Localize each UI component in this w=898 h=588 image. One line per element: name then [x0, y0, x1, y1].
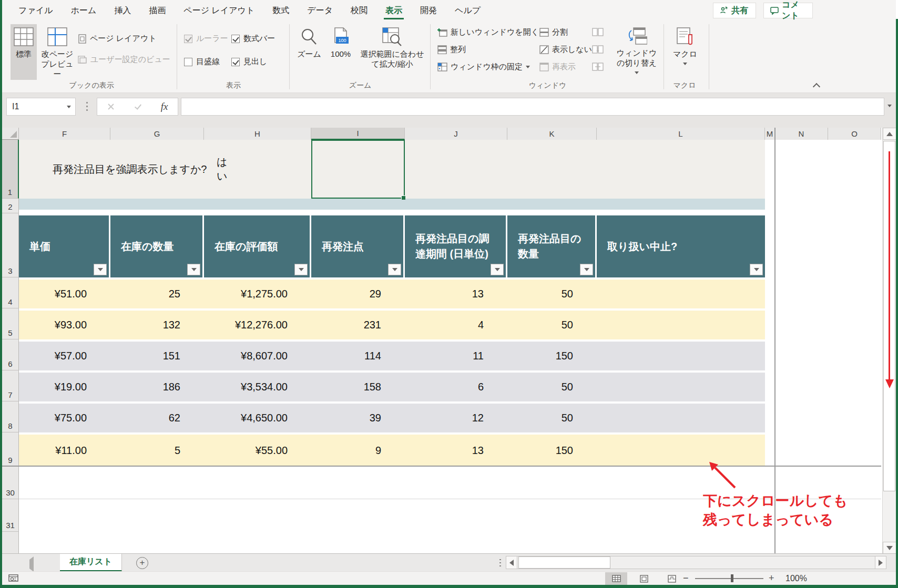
cell[interactable]: ¥3,534.00: [204, 373, 311, 401]
cell[interactable]: 4: [405, 311, 507, 339]
header-discontinued[interactable]: 取り扱い中止?: [597, 215, 765, 277]
row-header-2[interactable]: 2: [2, 199, 19, 213]
fill-handle[interactable]: [401, 195, 405, 200]
tab-review[interactable]: 校閲: [342, 0, 376, 21]
zoom-slider-thumb[interactable]: [731, 574, 733, 582]
tab-developer[interactable]: 開発: [411, 0, 446, 21]
cell[interactable]: 25: [110, 280, 204, 308]
tab-file[interactable]: ファイル: [9, 0, 62, 21]
cell[interactable]: 12: [405, 404, 507, 432]
cell[interactable]: [597, 342, 765, 370]
cell[interactable]: ¥11.00: [19, 435, 110, 467]
custom-views-button[interactable]: ユーザー設定のビュー: [78, 55, 170, 65]
header-inventory-value[interactable]: 在庫の評価額: [204, 215, 311, 277]
cell[interactable]: 114: [311, 342, 405, 370]
page-break-status-button[interactable]: [661, 572, 683, 585]
filter-button[interactable]: [388, 264, 401, 275]
sheet-nav-left-icon[interactable]: [29, 560, 34, 569]
cell[interactable]: 39: [311, 404, 405, 432]
page-layout-view-button[interactable]: ページ レイアウト: [78, 34, 157, 44]
row-header-9[interactable]: 9: [2, 432, 19, 467]
tab-formulas[interactable]: 数式: [263, 0, 298, 21]
cell[interactable]: 50: [507, 280, 597, 308]
new-window-button[interactable]: 新しいウィンドウを開く: [437, 27, 539, 37]
cell[interactable]: 231: [311, 311, 405, 339]
tab-view[interactable]: 表示: [376, 0, 411, 21]
share-button[interactable]: 共有: [713, 3, 756, 18]
tab-insert[interactable]: 挿入: [105, 0, 140, 21]
formula-input[interactable]: [181, 98, 884, 116]
cell[interactable]: [597, 404, 765, 432]
cell[interactable]: ¥75.00: [19, 404, 110, 432]
column-header-k[interactable]: K: [507, 128, 597, 140]
row-header-6[interactable]: 6: [2, 339, 19, 370]
cell[interactable]: 158: [311, 373, 405, 401]
select-all-corner[interactable]: [2, 128, 19, 140]
cell[interactable]: 50: [507, 373, 597, 401]
filter-button[interactable]: [580, 264, 593, 275]
row-header-3[interactable]: 3: [2, 213, 19, 277]
cell[interactable]: ¥4,650.00: [204, 404, 311, 432]
filter-button[interactable]: [94, 264, 107, 275]
column-header-h[interactable]: H: [204, 128, 311, 140]
reset-window-position-icon[interactable]: [592, 62, 604, 71]
ruler-checkbox[interactable]: ルーラー: [184, 34, 228, 44]
row-header-1[interactable]: 1: [2, 140, 19, 199]
page-break-preview-button[interactable]: 改ページ プレビュー: [40, 24, 75, 86]
insert-function-icon[interactable]: fx: [161, 101, 168, 112]
headings-checkbox[interactable]: 見出し: [231, 57, 267, 67]
cell[interactable]: 29: [311, 280, 405, 308]
cell[interactable]: 62: [110, 404, 204, 432]
row-header-8[interactable]: 8: [2, 401, 19, 432]
formula-bar-checkbox[interactable]: 数式バー: [231, 34, 275, 44]
cell[interactable]: 6: [405, 373, 507, 401]
row-header-31[interactable]: 31: [2, 499, 19, 532]
header-qty-in-stock[interactable]: 在庫の数量: [110, 215, 204, 277]
tab-page-layout[interactable]: ページ レイアウト: [175, 0, 263, 21]
zoom-slider-track[interactable]: [695, 578, 763, 579]
sheet-tab-inventory[interactable]: 在庫リスト: [60, 554, 122, 572]
zoom-100-button[interactable]: 100 100%: [326, 24, 355, 82]
arrange-all-button[interactable]: 整列: [437, 45, 466, 55]
zoom-to-selection-button[interactable]: 選択範囲に合わせて拡大/縮小: [358, 24, 427, 86]
gridlines-checkbox[interactable]: 目盛線: [184, 57, 220, 67]
column-header-o[interactable]: O: [828, 128, 881, 140]
freeze-panes-button[interactable]: ウィンドウ枠の固定: [437, 62, 530, 72]
name-box[interactable]: I1: [6, 98, 76, 116]
zoom-button[interactable]: ズーム: [294, 24, 324, 82]
horizontal-scrollbar-thumb[interactable]: [518, 556, 610, 569]
hide-button[interactable]: 表示しない: [539, 45, 592, 55]
split-button[interactable]: 分割: [539, 27, 568, 37]
column-header-l[interactable]: L: [597, 128, 765, 140]
cell[interactable]: 150: [507, 435, 597, 467]
column-header-n[interactable]: N: [775, 128, 828, 140]
tab-draw[interactable]: 描画: [140, 0, 175, 21]
scroll-left-button[interactable]: [506, 556, 517, 569]
unhide-button[interactable]: 再表示: [539, 62, 576, 72]
tab-scroll-sash[interactable]: [499, 558, 501, 568]
reorder-prompt-cell[interactable]: 再発注品目を強調表示しますか? はい: [53, 140, 207, 199]
cell[interactable]: 11: [405, 342, 507, 370]
row-header-30[interactable]: 30: [2, 467, 19, 499]
filter-button[interactable]: [491, 264, 504, 275]
cell[interactable]: 50: [507, 404, 597, 432]
cell[interactable]: ¥12,276.00: [204, 311, 311, 339]
zoom-out-icon[interactable]: −: [683, 573, 689, 584]
filter-button[interactable]: [187, 264, 200, 275]
cell[interactable]: ¥1,275.00: [204, 280, 311, 308]
row-header-4[interactable]: 4: [2, 277, 19, 308]
cell[interactable]: ¥55.00: [204, 435, 311, 467]
cell[interactable]: 13: [405, 435, 507, 467]
column-header-g[interactable]: G: [110, 128, 204, 140]
cell[interactable]: [597, 280, 765, 308]
cell[interactable]: 5: [110, 435, 204, 467]
macros-button[interactable]: マクロ: [669, 24, 701, 86]
cell[interactable]: 13: [405, 280, 507, 308]
tab-help[interactable]: ヘルプ: [446, 0, 489, 21]
column-header-f[interactable]: F: [19, 128, 110, 140]
row-header-32[interactable]: 32: [2, 532, 19, 553]
cell[interactable]: 9: [311, 435, 405, 467]
tab-home[interactable]: ホーム: [62, 0, 106, 21]
tab-data[interactable]: データ: [298, 0, 342, 21]
cell[interactable]: ¥19.00: [19, 373, 110, 401]
